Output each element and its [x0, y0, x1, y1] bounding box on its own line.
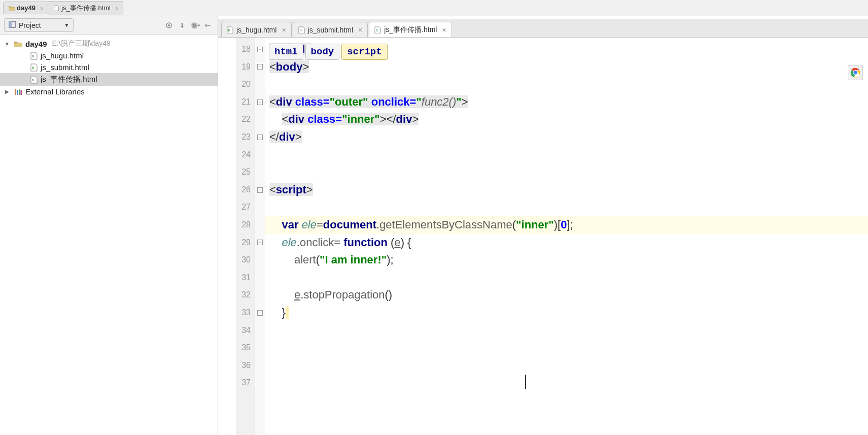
- open-in-browser-panel[interactable]: [848, 65, 863, 80]
- svg-rect-8: [15, 89, 16, 95]
- breadcrumb-folder[interactable]: day49: [3, 2, 48, 14]
- line-number: 20: [236, 76, 255, 93]
- code-editor[interactable]: html body script 18192021222324252627282…: [218, 38, 868, 435]
- svg-text:h: h: [228, 28, 230, 32]
- fold-marker[interactable]: [255, 76, 265, 93]
- hide-icon[interactable]: [203, 20, 214, 30]
- close-tab-icon[interactable]: ×: [282, 26, 286, 34]
- line-number: 22: [236, 111, 255, 128]
- html-file-icon: h: [374, 26, 381, 34]
- scroll-from-source-icon[interactable]: [177, 20, 187, 30]
- line-number: 24: [236, 146, 255, 164]
- fold-marker[interactable]: [255, 357, 265, 375]
- fold-column: −−−−−−−: [255, 38, 265, 435]
- settings-gear-icon[interactable]: ▾: [190, 20, 200, 30]
- tree-external-libraries[interactable]: ▶ External Libraries: [0, 86, 218, 97]
- sidebar-header: Project ▼ ▾: [0, 16, 218, 35]
- fold-marker[interactable]: −: [255, 58, 265, 76]
- breadcrumb-file[interactable]: h js_事件传播.html: [48, 1, 123, 15]
- fold-marker[interactable]: −: [255, 93, 265, 111]
- breadcrumb-folder-label: day49: [17, 4, 36, 12]
- svg-rect-10: [19, 89, 20, 95]
- project-dropdown[interactable]: Project ▼: [4, 18, 74, 32]
- tree-root-folder[interactable]: ▼ day49 E:\脱产三期\day49: [0, 38, 218, 50]
- editor-area: h js_hugu.html × h js_submit.html × h js…: [218, 16, 868, 435]
- fold-marker[interactable]: −: [255, 234, 265, 252]
- fold-marker[interactable]: [255, 339, 265, 357]
- svg-point-17: [853, 71, 857, 74]
- chrome-icon: [850, 68, 860, 78]
- fold-marker[interactable]: [255, 269, 265, 287]
- line-number-gutter: 1819202122232425262728293031323334353637: [236, 38, 255, 435]
- line-number: 37: [236, 374, 255, 392]
- line-number: 19: [236, 58, 255, 76]
- dropdown-arrow-icon: ▼: [64, 22, 70, 28]
- fold-marker[interactable]: [255, 198, 265, 216]
- fold-marker[interactable]: [255, 216, 265, 234]
- fold-marker[interactable]: −: [255, 181, 265, 199]
- line-number: 30: [236, 251, 255, 269]
- tree-file-name: js_submit.html: [41, 63, 89, 72]
- svg-rect-2: [9, 21, 12, 27]
- fold-marker[interactable]: −: [255, 304, 265, 322]
- html-file-icon: h: [227, 26, 233, 34]
- editor-tab[interactable]: h js_submit.html ×: [293, 22, 368, 37]
- line-number: 33: [236, 304, 255, 322]
- fold-marker[interactable]: −: [255, 128, 265, 146]
- svg-text:h: h: [32, 54, 34, 58]
- tree-file-name: js_事件传播.html: [41, 75, 97, 84]
- line-number: 27: [236, 198, 255, 216]
- svg-point-4: [168, 24, 170, 26]
- line-number: 34: [236, 322, 255, 340]
- line-number: 26: [236, 181, 255, 199]
- line-number: 32: [236, 286, 255, 304]
- line-number: 23: [236, 128, 255, 146]
- fold-marker[interactable]: [255, 111, 265, 128]
- editor-tabs: h js_hugu.html × h js_submit.html × h js…: [218, 19, 868, 38]
- tab-label: js_hugu.html: [236, 26, 276, 34]
- svg-text:h: h: [32, 66, 34, 70]
- fold-marker[interactable]: [255, 163, 265, 181]
- fold-marker[interactable]: [255, 322, 265, 340]
- project-sidebar: Project ▼ ▾ ▼ day49 E:\脱产三期\day49 h js_h…: [0, 16, 218, 435]
- expand-arrow-icon[interactable]: ▶: [3, 89, 11, 94]
- svg-rect-11: [21, 90, 22, 95]
- line-number: 31: [236, 269, 255, 287]
- chevron-icon: [38, 4, 43, 12]
- code-breadcrumbs: html body script: [269, 44, 388, 60]
- fold-marker[interactable]: −: [255, 41, 265, 58]
- svg-text:h: h: [376, 28, 378, 32]
- html-file-icon: h: [53, 5, 59, 11]
- fold-marker[interactable]: [255, 374, 265, 392]
- project-tree: ▼ day49 E:\脱产三期\day49 h js_hugu.html h j…: [0, 35, 218, 101]
- html-file-icon: h: [30, 76, 38, 83]
- line-number: 25: [236, 163, 255, 181]
- tree-file[interactable]: h js_submit.html: [0, 61, 218, 73]
- library-icon: [14, 88, 22, 95]
- fold-marker[interactable]: [255, 286, 265, 304]
- navigation-bar: day49 h js_事件传播.html: [0, 0, 868, 16]
- code-crumb-body[interactable]: body: [305, 44, 340, 60]
- close-tab-icon[interactable]: ×: [442, 26, 446, 34]
- fold-marker[interactable]: [255, 146, 265, 164]
- tree-file-name: js_hugu.html: [41, 51, 84, 60]
- collapse-all-icon[interactable]: [164, 20, 174, 30]
- editor-tab-active[interactable]: h js_事件传播.html ×: [369, 22, 452, 37]
- breadcrumb-file-label: js_事件传播.html: [61, 4, 111, 13]
- code-crumb-script[interactable]: script: [341, 44, 387, 60]
- fold-marker[interactable]: [255, 251, 265, 269]
- tree-root-path: E:\脱产三期\day49: [52, 39, 111, 48]
- svg-text:h: h: [32, 78, 34, 82]
- close-tab-icon[interactable]: ×: [358, 26, 362, 34]
- line-number: 18: [236, 41, 255, 58]
- tree-file-selected[interactable]: h js_事件传播.html: [0, 73, 218, 86]
- svg-rect-9: [17, 90, 18, 95]
- html-file-icon: h: [298, 26, 305, 34]
- code-content[interactable]: </head> <body> <div class="outer" onclic…: [265, 38, 868, 435]
- code-crumb-html[interactable]: html: [269, 44, 303, 60]
- svg-text:h: h: [299, 28, 301, 32]
- expand-arrow-icon[interactable]: ▼: [3, 41, 11, 47]
- editor-tab[interactable]: h js_hugu.html ×: [221, 22, 292, 37]
- line-number: 28: [236, 216, 255, 234]
- tree-file[interactable]: h js_hugu.html: [0, 50, 218, 61]
